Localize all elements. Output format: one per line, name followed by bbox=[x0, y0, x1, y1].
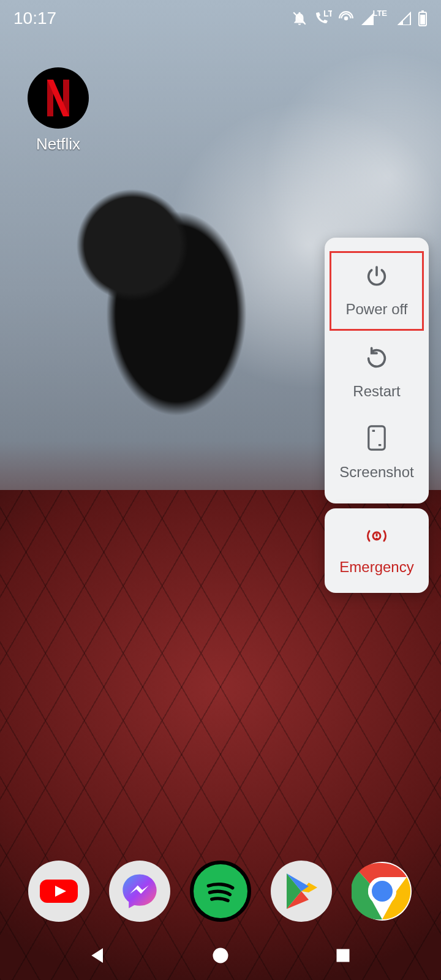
svg-rect-5 bbox=[420, 15, 425, 24]
power-off-button[interactable]: Power off bbox=[330, 251, 424, 331]
app-spotify[interactable] bbox=[190, 861, 251, 922]
svg-rect-15 bbox=[337, 949, 350, 962]
app-netflix[interactable]: Netflix bbox=[18, 67, 98, 154]
netflix-icon bbox=[28, 67, 89, 129]
emergency-card: Emergency bbox=[325, 508, 429, 593]
svg-rect-9 bbox=[376, 538, 378, 540]
screenshot-label: Screenshot bbox=[339, 464, 413, 481]
wifi-calling-icon: LTE bbox=[314, 10, 332, 26]
emergency-label: Emergency bbox=[339, 559, 413, 576]
svg-rect-6 bbox=[369, 426, 385, 450]
svg-rect-4 bbox=[421, 10, 424, 12]
signal-lte-icon: LTE bbox=[360, 12, 391, 25]
app-play-store[interactable] bbox=[271, 861, 332, 922]
dock bbox=[0, 861, 441, 922]
emergency-icon bbox=[362, 526, 391, 550]
android-home-screen: 10:17 LTE LTE bbox=[0, 0, 441, 980]
power-menu: Power off Restart Screenshot bbox=[325, 238, 429, 593]
signal-lte-label: LTE bbox=[372, 9, 387, 18]
svg-rect-8 bbox=[376, 533, 378, 537]
hotspot-icon bbox=[338, 10, 354, 26]
dnd-off-icon bbox=[292, 10, 307, 26]
nav-home-button[interactable] bbox=[202, 937, 239, 974]
app-messenger[interactable] bbox=[109, 861, 170, 922]
app-label-netflix: Netflix bbox=[36, 135, 80, 154]
power-icon bbox=[364, 264, 389, 292]
power-off-label: Power off bbox=[346, 301, 408, 318]
battery-icon bbox=[418, 10, 428, 26]
status-time: 10:17 bbox=[13, 9, 56, 28]
status-bar: 10:17 LTE LTE bbox=[0, 0, 441, 37]
restart-button[interactable]: Restart bbox=[325, 333, 429, 413]
svg-point-2 bbox=[344, 17, 349, 21]
app-youtube[interactable] bbox=[28, 861, 89, 922]
svg-point-14 bbox=[213, 948, 228, 963]
screenshot-icon bbox=[366, 424, 388, 455]
restart-label: Restart bbox=[353, 383, 400, 400]
svg-text:LTE: LTE bbox=[323, 10, 332, 18]
nav-recents-button[interactable] bbox=[325, 937, 361, 974]
app-chrome[interactable] bbox=[352, 861, 413, 922]
screenshot-button[interactable]: Screenshot bbox=[325, 413, 429, 492]
navigation-bar bbox=[0, 931, 441, 980]
restart-icon bbox=[364, 346, 389, 374]
nav-back-button[interactable] bbox=[80, 937, 116, 974]
power-menu-card: Power off Restart Screenshot bbox=[325, 238, 429, 503]
status-icons: LTE LTE bbox=[292, 10, 428, 26]
signal-icon bbox=[397, 12, 412, 25]
emergency-button[interactable]: Emergency bbox=[325, 514, 429, 587]
